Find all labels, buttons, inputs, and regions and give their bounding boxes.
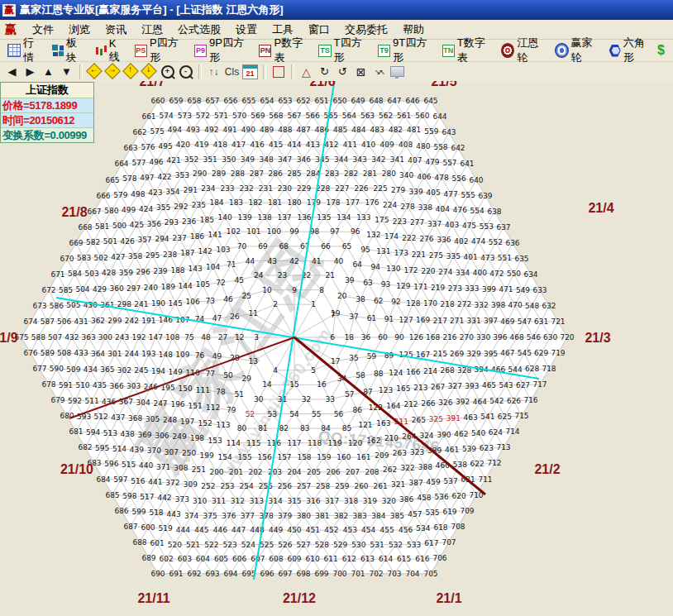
cell-number: 414 bbox=[287, 141, 301, 149]
presentation-button[interactable] bbox=[389, 63, 406, 80]
cell-number: 123 bbox=[379, 386, 393, 394]
dollar-icon[interactable]: $ bbox=[657, 43, 665, 58]
cell-number: 378 bbox=[260, 512, 274, 520]
gann-wheel-label: 江恩轮 bbox=[517, 36, 545, 65]
rectangle-tool-button[interactable] bbox=[270, 63, 287, 80]
cell-number: 405 bbox=[427, 189, 441, 197]
diamond-up-button[interactable]: ↑ bbox=[122, 63, 140, 80]
cell-number: 324 bbox=[419, 432, 433, 440]
cell-number: 143 bbox=[189, 265, 203, 273]
title-bar[interactable]: 赢 赢家江恩专业版[赢家服务平台] - [上证指数 江恩六角形] bbox=[0, 0, 673, 20]
cell-number: 197 bbox=[180, 418, 194, 426]
cell-number: 240 bbox=[144, 284, 158, 292]
cell-number: 667 bbox=[87, 208, 101, 216]
cell-number: 614 bbox=[379, 555, 393, 563]
cell-number: 661 bbox=[141, 112, 155, 121]
cell-number: 77 bbox=[206, 370, 215, 378]
cell-number: 183 bbox=[229, 198, 243, 207]
cell-number: 458 bbox=[417, 494, 431, 502]
cell-number: 527 bbox=[297, 541, 311, 549]
cell-number: 365 bbox=[100, 365, 114, 374]
cell-number: 186 bbox=[190, 232, 204, 241]
cell-number: 207 bbox=[346, 468, 360, 476]
cell-number: 714 bbox=[505, 427, 519, 436]
coefficient-label: 变换系数 bbox=[2, 129, 44, 141]
cell-number: 108 bbox=[165, 333, 179, 341]
cell-number: 465 bbox=[482, 381, 496, 389]
cell-number: 657 bbox=[205, 97, 219, 105]
shrink-center-button[interactable]: ↘↖ bbox=[370, 63, 388, 80]
cell-number: 330 bbox=[476, 333, 490, 341]
rotate-cw-button[interactable]: ↻ bbox=[316, 63, 333, 80]
cell-number: 715 bbox=[514, 412, 528, 420]
cell-number: 357 bbox=[137, 236, 151, 244]
cell-number: 33 bbox=[326, 395, 335, 404]
cell-number: 424 bbox=[139, 205, 153, 213]
cell-number: 209 bbox=[375, 451, 389, 460]
cell-number: 245 bbox=[134, 366, 148, 375]
cell-number: 60 bbox=[378, 333, 388, 341]
cell-number: 342 bbox=[371, 155, 385, 164]
cell-number: 708 bbox=[451, 523, 465, 531]
cell-number: 660 bbox=[150, 97, 165, 105]
cell-number: 135 bbox=[317, 213, 331, 222]
cell-number: 21 bbox=[326, 271, 335, 279]
cell-number: 469 bbox=[500, 318, 514, 326]
kline-button[interactable]: K线 bbox=[91, 36, 129, 66]
cell-number: 415 bbox=[269, 141, 283, 149]
cell-number: 9 bbox=[292, 286, 297, 294]
cell-number: 167 bbox=[416, 351, 430, 359]
cell-number: 278 bbox=[401, 203, 415, 211]
cell-number: 341 bbox=[390, 155, 404, 164]
cell-number: 317 bbox=[325, 497, 339, 505]
cell-number: 471 bbox=[499, 285, 513, 294]
cell-number: 282 bbox=[344, 170, 358, 178]
cell-number: 483 bbox=[370, 126, 384, 134]
cell-number: 185 bbox=[200, 216, 214, 224]
diamond-down-button[interactable]: ↓ bbox=[141, 63, 158, 80]
gann-hexagon-canvas[interactable]: 赢家江恩www.yingjia360.comQQ:173145764667123… bbox=[0, 0, 673, 616]
cell-number: 521 bbox=[186, 541, 200, 549]
back-button[interactable]: ◀ bbox=[3, 63, 21, 80]
zoom-out-button[interactable]: - bbox=[177, 63, 194, 80]
cell-number: 499 bbox=[122, 206, 136, 214]
cell-number: 274 bbox=[438, 268, 452, 276]
cell-number: 82 bbox=[279, 424, 289, 432]
cell-number: 376 bbox=[222, 512, 236, 520]
cell-number: 532 bbox=[389, 541, 403, 549]
cls-button[interactable]: Cls bbox=[223, 63, 241, 80]
cell-number: 256 bbox=[278, 482, 292, 490]
cell-number: 105 bbox=[196, 280, 210, 289]
triangle-tool-button[interactable]: △ bbox=[298, 63, 315, 80]
cell-number: 581 bbox=[95, 222, 109, 231]
toolbar-separator bbox=[263, 64, 266, 79]
calendar-button[interactable]: 21 bbox=[241, 63, 259, 80]
diamond-left-button[interactable]: ← bbox=[86, 63, 103, 80]
triangle-down-button[interactable]: ▼ bbox=[58, 63, 75, 80]
zoom-in-icon: + bbox=[161, 65, 174, 79]
cell-number: 525 bbox=[260, 541, 274, 549]
cell-number: 169 bbox=[416, 316, 430, 324]
cell-number: 162 bbox=[366, 437, 380, 445]
cell-number: 335 bbox=[446, 252, 461, 260]
cell-number: 73 bbox=[206, 297, 215, 305]
diamond-right-button[interactable]: → bbox=[104, 63, 122, 80]
cell-number: 159 bbox=[317, 453, 331, 461]
cell-number: 369 bbox=[137, 431, 151, 439]
screen-icon bbox=[390, 66, 404, 77]
zoom-in-button[interactable]: + bbox=[159, 63, 176, 80]
winner-wheel-label: 赢家轮 bbox=[571, 36, 599, 65]
cell-number: 339 bbox=[409, 188, 423, 196]
forward-button[interactable]: ▶ bbox=[21, 63, 39, 80]
updown-button[interactable]: ↑↓ bbox=[205, 63, 222, 80]
rotate-ccw-button[interactable]: ↺ bbox=[334, 63, 351, 80]
cell-number: 516 bbox=[131, 477, 145, 485]
cell-number: 375 bbox=[203, 512, 217, 520]
box-x-button[interactable]: ⊠ bbox=[352, 63, 370, 80]
cell-number: 1 bbox=[311, 300, 316, 308]
cell-number: 398 bbox=[491, 301, 505, 309]
cell-number: 447 bbox=[231, 526, 246, 534]
triangle-up-button[interactable]: ▲ bbox=[40, 63, 57, 80]
cell-number: 412 bbox=[324, 141, 338, 149]
cell-number: 171 bbox=[413, 283, 427, 291]
